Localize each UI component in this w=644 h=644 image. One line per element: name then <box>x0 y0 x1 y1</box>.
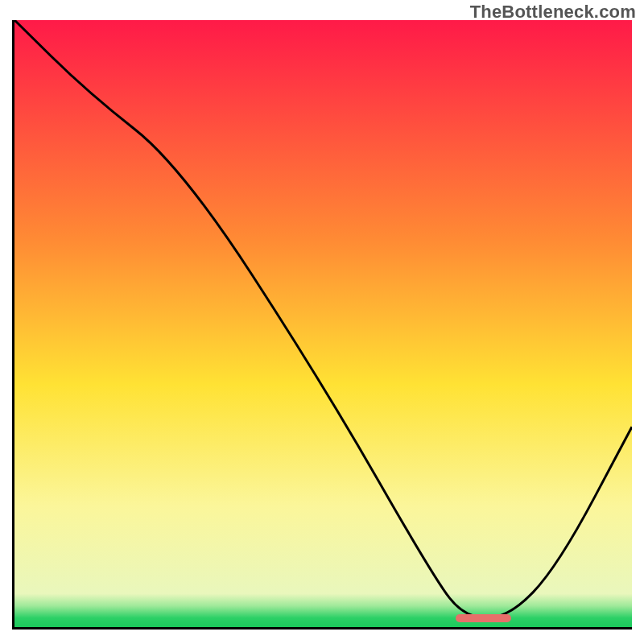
curve-layer <box>14 20 632 627</box>
y-axis <box>12 20 14 630</box>
watermark-text: TheBottleneck.com <box>470 2 636 23</box>
x-axis <box>12 627 632 630</box>
bottleneck-curve <box>14 20 632 618</box>
optimal-marker <box>456 614 511 622</box>
chart-stage: TheBottleneck.com <box>0 0 644 644</box>
plot-area <box>12 20 632 630</box>
